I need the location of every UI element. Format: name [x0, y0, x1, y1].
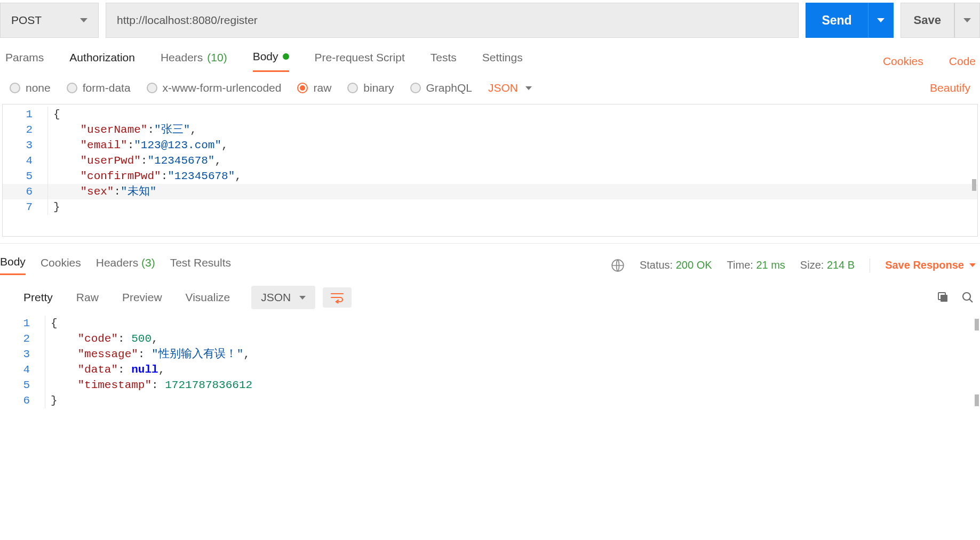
radio-label: none — [26, 82, 51, 94]
resp-tab-body[interactable]: Body — [0, 255, 26, 275]
response-format-select[interactable]: JSON — [251, 286, 315, 309]
line-number: 3 — [3, 138, 48, 153]
search-icon — [961, 291, 974, 304]
response-body-editor[interactable]: 1 { 2 "code": 500, 3 "message": "性别输入有误！… — [0, 315, 980, 409]
tab-headers-label: Headers — [161, 51, 203, 64]
line-number: 4 — [3, 153, 48, 168]
http-method-select[interactable]: POST — [0, 3, 99, 38]
view-visualize[interactable]: Visualize — [174, 286, 242, 309]
response-format-value: JSON — [261, 291, 291, 304]
modified-dot-icon — [283, 53, 289, 60]
line-number: 6 — [0, 393, 45, 408]
radio-icon — [410, 83, 421, 93]
code-link[interactable]: Code — [949, 55, 976, 68]
response-toolbar: Pretty Raw Preview Visualize JSON — [0, 278, 980, 315]
svg-rect-1 — [941, 295, 947, 302]
request-body-editor-wrap: 1 { 2 "userName":"张三", 3 "email":"123@12… — [2, 104, 978, 237]
http-method-value: POST — [11, 14, 42, 27]
send-button-group: Send — [806, 3, 893, 38]
tab-settings[interactable]: Settings — [482, 51, 523, 71]
line-number: 3 — [0, 346, 45, 362]
line-number: 1 — [3, 107, 48, 122]
svg-point-3 — [963, 293, 970, 300]
send-button[interactable]: Send — [806, 3, 867, 38]
chevron-down-icon — [80, 18, 87, 22]
resp-tab-test-results[interactable]: Test Results — [170, 256, 231, 275]
search-button[interactable] — [960, 289, 976, 305]
radio-raw[interactable]: raw — [297, 82, 331, 94]
minimap-scroll-icon — [972, 179, 976, 191]
body-format-value: JSON — [488, 82, 518, 94]
minimap-scroll-icon — [975, 394, 979, 406]
chevron-down-icon — [963, 18, 971, 22]
chevron-down-icon — [525, 86, 532, 90]
body-type-row: none form-data x-www-form-urlencoded raw… — [0, 72, 980, 104]
request-body-editor[interactable]: 1 { 2 "userName":"张三", 3 "email":"123@12… — [3, 104, 977, 236]
line-number: 5 — [0, 377, 45, 393]
radio-binary[interactable]: binary — [347, 82, 394, 94]
radio-icon — [297, 83, 308, 93]
save-button-group: Save — [901, 3, 980, 38]
save-dropdown-button[interactable] — [954, 3, 980, 38]
chevron-down-icon — [299, 296, 306, 300]
request-bar: POST Send Save — [0, 0, 980, 41]
copy-button[interactable] — [935, 289, 951, 305]
wrap-icon — [330, 292, 344, 303]
resp-tab-cookies[interactable]: Cookies — [41, 256, 81, 275]
radio-label: x-www-form-urlencoded — [163, 82, 282, 94]
cookies-link[interactable]: Cookies — [883, 55, 923, 68]
resp-tab-headers[interactable]: Headers (3) — [96, 256, 155, 275]
line-number: 6 — [3, 184, 48, 199]
chevron-down-icon — [877, 18, 885, 22]
size-meta: Size: 214 B — [800, 259, 855, 271]
radio-label: raw — [313, 82, 331, 94]
line-number: 2 — [0, 331, 45, 346]
line-number: 5 — [3, 168, 48, 184]
radio-icon — [147, 83, 157, 93]
radio-none[interactable]: none — [10, 82, 51, 94]
globe-icon[interactable] — [611, 259, 625, 272]
line-number: 4 — [0, 362, 45, 377]
body-format-select[interactable]: JSON — [488, 82, 532, 94]
divider — [870, 259, 870, 272]
save-button[interactable]: Save — [901, 3, 954, 38]
tab-headers[interactable]: Headers (10) — [161, 51, 227, 71]
status-meta: Status: 200 OK — [640, 259, 712, 271]
resp-headers-count: (3) — [141, 256, 155, 269]
save-response-button[interactable]: Save Response — [885, 259, 976, 271]
tab-authorization[interactable]: Authorization — [69, 51, 135, 71]
radio-graphql[interactable]: GraphQL — [410, 82, 472, 94]
radio-icon — [67, 83, 77, 93]
radio-label: form-data — [83, 82, 131, 94]
time-meta: Time: 21 ms — [727, 259, 785, 271]
copy-icon — [937, 291, 950, 304]
radio-form-data[interactable]: form-data — [67, 82, 131, 94]
beautify-link[interactable]: Beautify — [930, 82, 970, 94]
radio-icon — [10, 83, 20, 93]
minimap-scroll-icon — [975, 319, 979, 331]
tab-body[interactable]: Body — [253, 50, 289, 72]
tab-tests[interactable]: Tests — [431, 51, 457, 71]
line-number: 2 — [3, 122, 48, 138]
view-raw[interactable]: Raw — [65, 286, 110, 309]
headers-count: (10) — [207, 51, 227, 64]
tab-body-label: Body — [253, 50, 278, 63]
radio-urlencoded[interactable]: x-www-form-urlencoded — [147, 82, 282, 94]
tab-prerequest[interactable]: Pre-request Script — [315, 51, 405, 71]
chevron-down-icon — [969, 263, 976, 267]
tab-params[interactable]: Params — [5, 51, 44, 71]
view-pretty[interactable]: Pretty — [12, 286, 65, 309]
request-tabs: Params Authorization Headers (10) Body P… — [0, 41, 980, 72]
line-number: 1 — [0, 316, 45, 331]
response-header: Body Cookies Headers (3) Test Results St… — [0, 243, 980, 278]
wrap-lines-button[interactable] — [323, 287, 352, 308]
resp-headers-label: Headers — [96, 256, 138, 269]
radio-icon — [347, 83, 358, 93]
line-number: 7 — [3, 199, 48, 215]
url-input[interactable] — [106, 3, 799, 38]
radio-label: binary — [363, 82, 394, 94]
send-dropdown-button[interactable] — [868, 3, 894, 38]
radio-label: GraphQL — [426, 82, 472, 94]
view-preview[interactable]: Preview — [110, 286, 174, 309]
